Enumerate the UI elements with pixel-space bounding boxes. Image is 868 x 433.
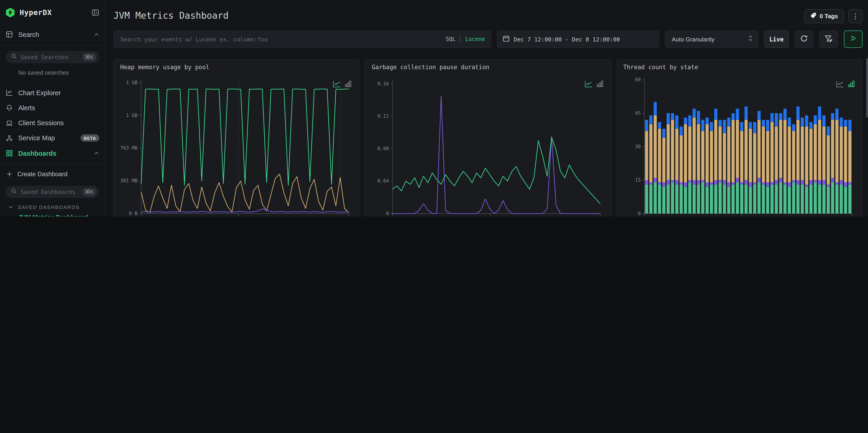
- refresh-icon: [800, 34, 808, 44]
- svg-text:0: 0: [638, 211, 641, 216]
- panel-menu-button[interactable]: ⋮: [848, 9, 863, 23]
- calendar-icon: [503, 35, 509, 43]
- sidebar: HyperDX Search Saved Searches ⌘K No save…: [0, 0, 105, 216]
- saved-dashboards-section-header[interactable]: SAVED DASHBOARDS: [8, 205, 99, 210]
- saved-dashboards-placeholder: Saved Dashboards: [21, 188, 83, 195]
- chart-explorer-icon: [5, 89, 13, 96]
- sidebar-item-label: Search: [18, 31, 94, 38]
- sidebar-item-client-sessions[interactable]: Client Sessions: [5, 116, 99, 130]
- svg-text:381 MB: 381 MB: [120, 178, 137, 184]
- brand-row: HyperDX: [5, 6, 99, 19]
- sidebar-item-label: Chart Explorer: [18, 89, 99, 96]
- svg-text:0.16: 0.16: [377, 81, 389, 87]
- sidebar-item-label: Alerts: [18, 104, 99, 112]
- chart-plot[interactable]: 0 B381 MB763 MB1 GB1 GBDec 7 12:00:00 PM…: [120, 75, 352, 216]
- kebab-menu-icon: ⋮: [852, 12, 859, 20]
- shortcut-badge: ⌘K: [83, 53, 96, 61]
- sidebar-item-service-map[interactable]: Service Map BETA: [5, 131, 99, 145]
- chevron-down-icon: [8, 205, 13, 210]
- granularity-select[interactable]: Auto Granularity: [665, 31, 758, 48]
- laptop-icon: [5, 120, 13, 126]
- sidebar-item-jvm-dashboard[interactable]: JVM Metrics Dashboard: [18, 214, 99, 216]
- date-range-value: Dec 7 12:00:00 - Dec 8 12:00:00: [514, 36, 620, 42]
- dashboard-grid: Heap memory usage by pool0 B381 MB763 MB…: [114, 59, 863, 216]
- bell-icon: [5, 104, 13, 111]
- tags-label: 0 Tags: [820, 13, 838, 20]
- beta-badge: BETA: [81, 134, 99, 142]
- svg-text:0 B: 0 B: [129, 211, 137, 216]
- brand-name: HyperDX: [20, 8, 92, 17]
- chart-type-toggles: [333, 81, 352, 87]
- svg-text:1 GB: 1 GB: [126, 113, 137, 118]
- svg-text:15: 15: [635, 177, 641, 183]
- play-icon: [850, 35, 857, 43]
- sidebar-item-search[interactable]: Search: [5, 28, 99, 41]
- lucene-toggle[interactable]: Lucene: [465, 36, 485, 42]
- tags-button[interactable]: 0 Tags: [804, 9, 844, 23]
- panel-title: Heap memory usage by pool: [120, 64, 353, 72]
- svg-text:45: 45: [635, 111, 641, 116]
- run-query-button[interactable]: [844, 31, 863, 48]
- divider: [0, 45, 105, 45]
- chart-type-toggles: [836, 81, 855, 87]
- scrollbar-thumb[interactable]: [866, 58, 868, 118]
- live-button[interactable]: Live: [764, 31, 789, 48]
- create-dashboard-button[interactable]: Create Dashboard: [5, 168, 99, 181]
- refresh-button[interactable]: [795, 31, 813, 48]
- chevron-up-icon: [94, 32, 99, 37]
- dashboard-tile: Garbage collection pause duration00.040.…: [365, 59, 611, 216]
- create-dashboard-label: Create Dashboard: [17, 171, 68, 178]
- sidebar-item-dashboards[interactable]: Dashboards: [5, 147, 99, 160]
- saved-searches-placeholder: Saved Searches: [21, 54, 83, 60]
- line-chart-toggle-icon[interactable]: [585, 81, 592, 87]
- tag-icon: [810, 12, 816, 20]
- svg-text:30: 30: [635, 144, 641, 149]
- svg-text:0.08: 0.08: [377, 146, 389, 151]
- plus-icon: [5, 172, 13, 177]
- divider: [0, 164, 105, 164]
- svg-text:0.12: 0.12: [377, 113, 389, 119]
- chart-plot[interactable]: 00.040.080.120.16Dec 7 12:00:00 PM10:30:…: [372, 75, 604, 216]
- shortcut-badge: ⌘K: [83, 188, 96, 195]
- chart-plot[interactable]: 015304560Dec 7 12:00:00 PM10:30:00 PM11:…: [623, 75, 856, 216]
- line-chart-toggle-icon[interactable]: [836, 81, 844, 87]
- event-search-input[interactable]: [119, 35, 445, 43]
- toggle-separator: |: [459, 36, 462, 42]
- svg-text:60: 60: [635, 77, 641, 83]
- section-label: SAVED DASHBOARDS: [18, 205, 80, 210]
- saved-searches-input[interactable]: Saved Searches ⌘K: [5, 51, 99, 63]
- sql-toggle[interactable]: SQL: [445, 36, 456, 42]
- hyperdx-logo-icon: [5, 8, 15, 17]
- sidebar-item-chart-explorer[interactable]: Chart Explorer: [5, 86, 99, 99]
- search-icon: [11, 53, 17, 61]
- panel-title: Garbage collection pause duration: [372, 64, 604, 72]
- filter-bar: SQL | Lucene Dec 7 12:00:00 - Dec 8 12:0…: [114, 31, 863, 48]
- no-saved-searches-text: No saved searches: [18, 69, 99, 76]
- event-search-box[interactable]: SQL | Lucene: [114, 31, 491, 48]
- sidebar-item-label: Dashboards: [18, 150, 94, 157]
- search-section-icon: [5, 31, 13, 38]
- sidebar-item-label: Service Map: [18, 134, 81, 142]
- main-content: JVM Metrics Dashboard 0 Tags ⋮ SQL | Luc…: [105, 0, 868, 216]
- sidebar-collapse-icon[interactable]: [92, 9, 99, 17]
- filter-edit-button[interactable]: [819, 31, 838, 48]
- chart-type-toggles: [585, 81, 603, 87]
- svg-text:0: 0: [386, 211, 389, 216]
- svg-text:0.04: 0.04: [377, 178, 389, 184]
- dashboard-tile: Heap memory usage by pool0 B381 MB763 MB…: [114, 59, 360, 216]
- svg-text:1 GB: 1 GB: [126, 80, 137, 85]
- bar-chart-toggle-icon[interactable]: [848, 81, 855, 87]
- app-window: HyperDX Search Saved Searches ⌘K No save…: [0, 0, 868, 216]
- dashboards-icon: [5, 150, 13, 157]
- granularity-value: Auto Granularity: [672, 36, 748, 42]
- line-chart-toggle-icon[interactable]: [333, 81, 341, 87]
- sidebar-item-alerts[interactable]: Alerts: [5, 101, 99, 115]
- saved-dashboards-input[interactable]: Saved Dashboards ⌘K: [5, 186, 99, 198]
- bar-chart-toggle-icon[interactable]: [596, 81, 603, 87]
- bar-chart-toggle-icon[interactable]: [345, 81, 352, 87]
- date-range-picker[interactable]: Dec 7 12:00:00 - Dec 8 12:00:00: [497, 31, 659, 48]
- select-chevrons-icon: [748, 35, 753, 43]
- search-icon: [11, 188, 17, 196]
- panel-title: Thread count by state: [623, 64, 856, 72]
- sidebar-item-label: Client Sessions: [18, 119, 99, 127]
